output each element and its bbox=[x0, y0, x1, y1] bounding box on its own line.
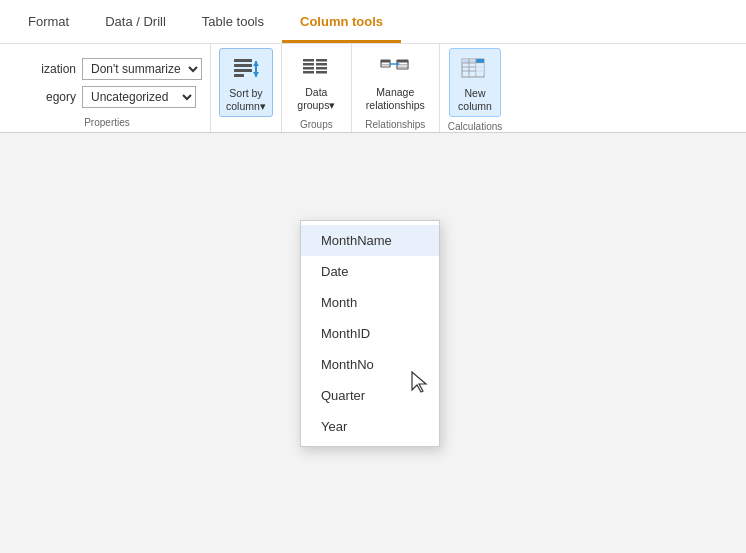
svg-rect-6 bbox=[255, 61, 257, 77]
svg-rect-36 bbox=[476, 63, 484, 67]
category-select[interactable]: Uncategorized Address City Country/Regio… bbox=[82, 86, 196, 108]
svg-rect-8 bbox=[303, 63, 314, 66]
tab-bar: Format Data / Drill Table tools Column t… bbox=[0, 0, 746, 44]
tab-column-tools[interactable]: Column tools bbox=[282, 0, 401, 43]
svg-rect-28 bbox=[462, 59, 469, 63]
category-row: egory Uncategorized Address City Country… bbox=[12, 86, 196, 108]
svg-rect-3 bbox=[234, 74, 244, 77]
dropdown-item-monthno[interactable]: MonthNo bbox=[301, 349, 439, 380]
svg-rect-38 bbox=[476, 71, 484, 75]
svg-rect-2 bbox=[234, 69, 252, 72]
properties-group-label: Properties bbox=[12, 115, 202, 132]
sort-by-column-button[interactable]: Sort by column▾ bbox=[219, 48, 273, 117]
summarization-select[interactable]: Don't summarize Sum Average Count bbox=[82, 58, 202, 80]
calculations-group: New column Calculations bbox=[440, 44, 510, 132]
svg-rect-11 bbox=[316, 59, 327, 62]
relationships-group-label: Relationships bbox=[360, 117, 431, 134]
ribbon: Format Data / Drill Table tools Column t… bbox=[0, 0, 746, 133]
ribbon-content: ization Don't summarize Sum Average Coun… bbox=[0, 44, 746, 132]
svg-rect-21 bbox=[397, 60, 408, 63]
dropdown-item-monthid[interactable]: MonthID bbox=[301, 318, 439, 349]
data-groups-icon bbox=[300, 52, 332, 84]
category-label: egory bbox=[12, 90, 82, 104]
relationships-icon bbox=[379, 52, 411, 84]
svg-rect-0 bbox=[234, 59, 252, 62]
tab-data-drill[interactable]: Data / Drill bbox=[87, 0, 184, 43]
sort-button-label: Sort by column▾ bbox=[226, 87, 266, 112]
dropdown-item-year[interactable]: Year bbox=[301, 411, 439, 442]
sort-icon bbox=[230, 53, 262, 85]
data-groups-label: Data groups▾ bbox=[297, 86, 335, 111]
new-column-label: New column bbox=[458, 87, 492, 112]
data-groups-group-label: Groups bbox=[290, 117, 343, 134]
svg-rect-7 bbox=[303, 59, 314, 62]
svg-rect-10 bbox=[303, 71, 314, 74]
svg-rect-12 bbox=[316, 63, 327, 66]
summarization-label: ization bbox=[12, 62, 82, 76]
svg-rect-37 bbox=[476, 67, 484, 71]
new-column-button[interactable]: New column bbox=[449, 48, 501, 117]
manage-relationships-label: Manage relationships bbox=[366, 86, 425, 111]
svg-rect-1 bbox=[234, 64, 252, 67]
dropdown-item-quarter[interactable]: Quarter bbox=[301, 380, 439, 411]
new-column-icon bbox=[459, 53, 491, 85]
svg-rect-29 bbox=[469, 59, 476, 63]
sort-group: Sort by column▾ bbox=[211, 44, 282, 132]
svg-rect-18 bbox=[382, 64, 389, 65]
svg-rect-23 bbox=[398, 66, 407, 67]
manage-relationships-button[interactable]: Manage relationships bbox=[360, 48, 431, 115]
sort-dropdown: MonthName Date Month MonthID MonthNo Qua… bbox=[300, 220, 440, 447]
tab-format[interactable]: Format bbox=[10, 0, 87, 43]
dropdown-item-monthname[interactable]: MonthName bbox=[301, 225, 439, 256]
data-groups-button[interactable]: Data groups▾ bbox=[290, 48, 342, 115]
svg-rect-9 bbox=[303, 67, 314, 70]
properties-group: ization Don't summarize Sum Average Coun… bbox=[4, 44, 211, 132]
svg-rect-13 bbox=[316, 67, 327, 70]
svg-marker-26 bbox=[397, 63, 400, 66]
tab-table-tools[interactable]: Table tools bbox=[184, 0, 282, 43]
relationships-group: Manage relationships Relationships bbox=[352, 44, 440, 132]
calculations-group-label: Calculations bbox=[448, 119, 502, 136]
data-groups-group: Data groups▾ Groups bbox=[282, 44, 352, 132]
dropdown-item-date[interactable]: Date bbox=[301, 256, 439, 287]
svg-rect-30 bbox=[476, 59, 484, 63]
summarization-row: ization Don't summarize Sum Average Coun… bbox=[12, 58, 202, 80]
svg-rect-24 bbox=[398, 67, 407, 68]
dropdown-item-month[interactable]: Month bbox=[301, 287, 439, 318]
svg-rect-14 bbox=[316, 71, 327, 74]
svg-rect-16 bbox=[381, 60, 390, 63]
svg-rect-19 bbox=[382, 66, 389, 67]
